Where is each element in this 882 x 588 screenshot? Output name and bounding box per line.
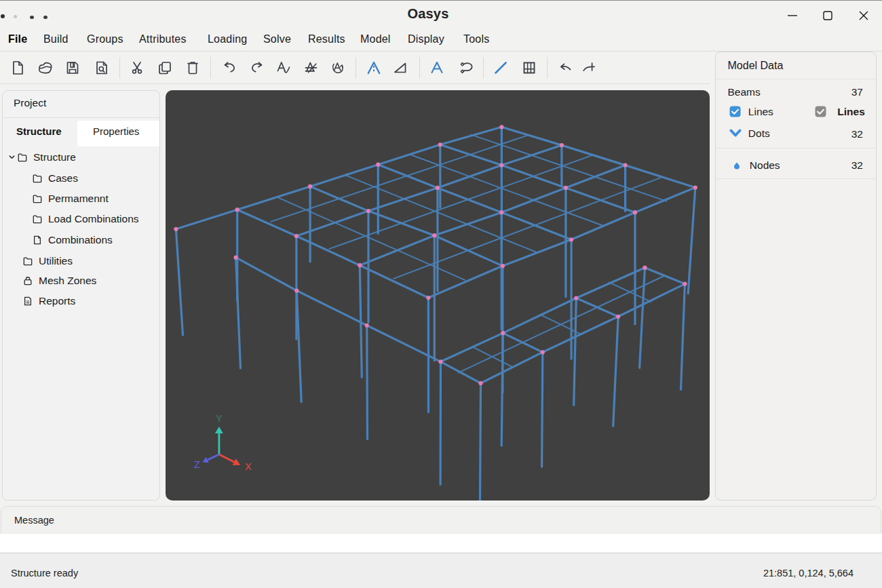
svg-text:X: X: [244, 461, 251, 472]
svg-text:Z: Z: [194, 459, 200, 470]
svg-text:Y: Y: [216, 413, 223, 424]
